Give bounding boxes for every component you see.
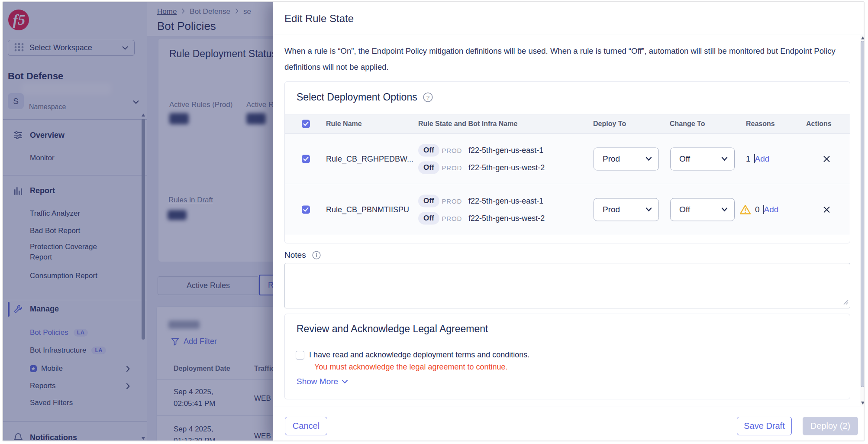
options-card-title: Select Deployment Options ? xyxy=(297,91,433,103)
column-header-change-to: Change To xyxy=(670,120,705,128)
legal-error-text: You must acknowledge the legal agreement… xyxy=(314,363,508,372)
reasons-count: 0 xyxy=(755,205,760,214)
chevron-down-icon xyxy=(721,207,728,212)
row-checkbox[interactable] xyxy=(302,205,310,214)
reasons-count: 1 xyxy=(746,154,751,164)
table-header-row: Rule Name Rule State and Bot Infra Name … xyxy=(285,114,850,134)
remove-row-button[interactable] xyxy=(823,155,830,162)
change-to-select[interactable]: Off xyxy=(670,198,735,221)
warning-icon xyxy=(739,204,751,215)
rule-state-cell: Off PROD f22-5th-gen-us-east-1 Off PROD … xyxy=(418,144,545,174)
column-header-actions: Actions xyxy=(806,120,832,128)
infra-name: f22-5th-gen-us-east-1 xyxy=(468,196,543,205)
state-pill: Off xyxy=(418,194,439,207)
deploy-button[interactable]: Deploy (2) xyxy=(803,417,858,435)
table-row: Rule_CB_PBNMTIISPU Off PROD f22-5th-gen-… xyxy=(285,184,850,235)
legal-agreement-card: Review and Acknowledge Legal Agreement I… xyxy=(284,314,850,399)
chevron-down-icon xyxy=(342,379,348,384)
infra-name: f22-5th-gen-us-east-1 xyxy=(468,146,543,155)
scrollbar-thumb[interactable] xyxy=(861,41,865,387)
app-window: f5 Select Workspace Bot Defense S Namesp… xyxy=(2,1,865,441)
show-more-link[interactable]: Show More xyxy=(297,377,348,386)
add-reason-link[interactable]: Add xyxy=(755,154,770,164)
chevron-down-icon xyxy=(645,157,652,161)
modal-footer: Cancel Save Draft Deploy (2) xyxy=(273,406,865,441)
column-header-deploy-to: Deploy To xyxy=(593,120,626,128)
chevron-down-icon xyxy=(721,157,728,161)
row-checkbox[interactable] xyxy=(302,155,310,163)
rule-state-cell: Off PROD f22-5th-gen-us-east-1 Off PROD … xyxy=(418,194,545,224)
change-to-select[interactable]: Off xyxy=(670,147,735,170)
scroll-up-arrow[interactable] xyxy=(861,36,865,39)
add-reason-link[interactable]: Add xyxy=(764,205,779,214)
infra-name: f22-5th-gen-us-west-2 xyxy=(468,214,545,223)
legal-checkbox[interactable] xyxy=(296,351,304,360)
select-all-checkbox[interactable] xyxy=(302,120,310,128)
reasons-cell: 0 Add xyxy=(739,204,778,215)
column-header-rule-name: Rule Name xyxy=(326,120,362,128)
chevron-down-icon xyxy=(645,207,652,212)
legal-card-title: Review and Acknowledge Legal Agreement xyxy=(297,323,488,335)
modal-header: Edit Rule State xyxy=(273,2,865,35)
help-icon[interactable]: ? xyxy=(423,92,433,102)
rule-name: Rule_CB_PBNMTIISPU xyxy=(326,205,409,214)
deploy-to-select[interactable]: Prod xyxy=(594,147,659,170)
legal-checkbox-label: I have read and acknowledge deployment t… xyxy=(309,350,529,360)
modal-description: When a rule is “On”, the Endpoint Policy… xyxy=(284,43,845,75)
env-label: PROD xyxy=(442,214,462,222)
select-deployment-options-card: Select Deployment Options ? Rule Name Ru… xyxy=(284,81,850,243)
env-label: PROD xyxy=(442,146,462,154)
notes-textarea[interactable] xyxy=(284,263,850,308)
reasons-cell: 1 Add xyxy=(746,154,769,164)
save-draft-button[interactable]: Save Draft xyxy=(737,417,792,435)
remove-row-button[interactable] xyxy=(823,206,830,213)
state-pill: Off xyxy=(418,212,439,224)
notes-row: Notes xyxy=(284,250,321,260)
notes-label: Notes xyxy=(284,250,306,260)
state-pill: Off xyxy=(418,161,439,174)
svg-text:?: ? xyxy=(426,94,429,101)
rule-name: Rule_CB_RGHPEDBW... xyxy=(326,154,413,163)
table-row: Rule_CB_RGHPEDBW... Off PROD f22-5th-gen… xyxy=(285,134,850,184)
modal-backdrop[interactable] xyxy=(3,2,273,441)
column-header-rule-state: Rule State and Bot Infra Name xyxy=(418,120,517,128)
modal-title: Edit Rule State xyxy=(284,13,354,25)
cancel-button[interactable]: Cancel xyxy=(285,417,327,435)
modal-scrollbar[interactable] xyxy=(860,35,865,406)
edit-rule-state-panel: Edit Rule State When a rule is “On”, the… xyxy=(273,2,865,441)
infra-name: f22-5th-gen-us-west-2 xyxy=(468,163,545,172)
state-pill: Off xyxy=(418,144,439,156)
column-header-reasons: Reasons xyxy=(746,120,775,128)
env-label: PROD xyxy=(442,197,462,204)
resize-grip-icon[interactable] xyxy=(843,299,849,307)
scroll-down-arrow[interactable] xyxy=(861,402,865,405)
env-label: PROD xyxy=(442,164,462,171)
deploy-to-select[interactable]: Prod xyxy=(594,198,659,221)
info-icon[interactable] xyxy=(312,251,321,259)
legal-checkbox-row: I have read and acknowledge deployment t… xyxy=(296,350,529,360)
